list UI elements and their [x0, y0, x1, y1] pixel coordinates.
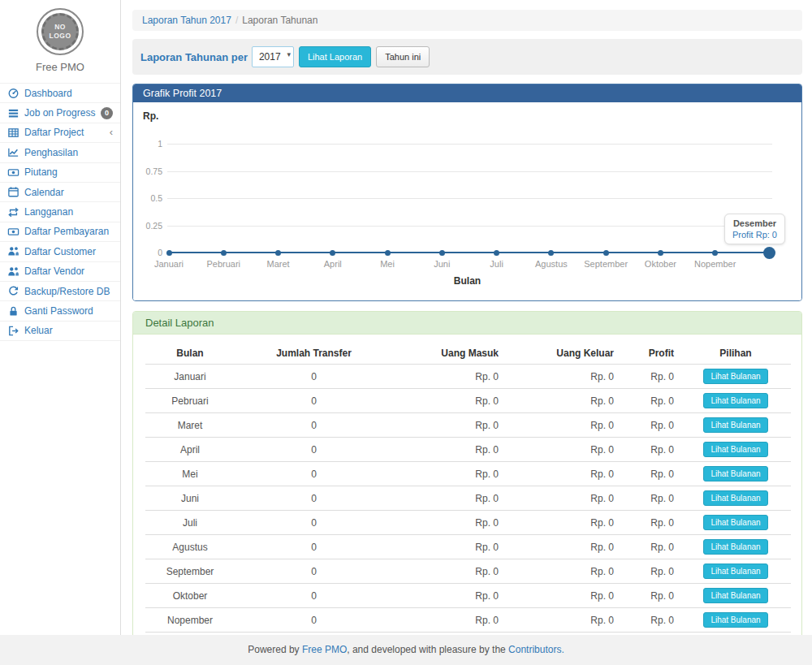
lihat-bulanan-button[interactable]: Lihat Bulanan [703, 490, 767, 506]
filter-label: Laporan Tahunan per [140, 51, 248, 63]
table-row-maret: Maret0Rp. 0Rp. 0Rp. 0Lihat Bulanan [145, 413, 791, 438]
table-row-pebruari: Pebruari0Rp. 0Rp. 0Rp. 0Lihat Bulanan [145, 389, 791, 413]
data-point-oktober[interactable] [658, 250, 663, 256]
cell-uang-keluar: Rp. 0 [505, 486, 620, 511]
data-point-juni[interactable] [439, 250, 445, 256]
profit-line-chart: Rp. Bulan Desember Profit Rp: 0 10.750.5… [133, 102, 801, 300]
sidebar-item-ganti-password[interactable]: Ganti Password [0, 301, 120, 321]
cell-profit: Rp. 0 [620, 413, 680, 438]
logo-text: NO LOGO [47, 23, 73, 40]
lihat-laporan-button[interactable]: Lihat Laporan [299, 46, 371, 67]
sidebar-item-label: Daftar Project [24, 127, 84, 138]
col-header-pilihan: Pilihan [680, 343, 791, 365]
footer-link-contributors[interactable]: Contributors. [508, 644, 564, 655]
cell-bulan: April [145, 438, 235, 462]
data-point-januari[interactable] [166, 250, 172, 256]
cell-profit: Rp. 0 [620, 608, 680, 633]
lihat-bulanan-button[interactable]: Lihat Bulanan [703, 466, 767, 481]
cell-uang-keluar: Rp. 0 [505, 608, 620, 633]
profit-series-line [169, 252, 770, 253]
breadcrumb-link-laporan-tahun[interactable]: Laporan Tahun 2017 [142, 15, 231, 26]
lihat-bulanan-button[interactable]: Lihat Bulanan [703, 515, 767, 530]
sidebar-item-daftar-pembayaran[interactable]: Daftar Pembayaran [0, 222, 120, 242]
cell-pilihan: Lihat Bulanan [680, 365, 791, 389]
table-row-september: September0Rp. 0Rp. 0Rp. 0Lihat Bulanan [145, 559, 791, 584]
cell-profit: Rp. 0 [620, 535, 680, 559]
sidebar-item-backup-restore-db[interactable]: Backup/Restore DB [0, 282, 120, 301]
data-point-desember[interactable] [763, 247, 775, 259]
lihat-bulanan-button[interactable]: Lihat Bulanan [703, 588, 767, 603]
sidebar-item-daftar-customer[interactable]: Daftar Customer [0, 242, 120, 261]
lihat-bulanan-button[interactable]: Lihat Bulanan [703, 369, 767, 384]
footer: Powered by Free PMO, and developed with … [0, 635, 812, 665]
cell-uang-keluar: Rp. 0 [505, 559, 620, 584]
table-row-nopember: Nopember0Rp. 0Rp. 0Rp. 0Lihat Bulanan [145, 608, 791, 633]
sidebar-item-calendar[interactable]: Calendar [0, 183, 120, 202]
cell-bulan: Maret [145, 413, 235, 438]
cell-uang-keluar: Rp. 0 [505, 511, 620, 535]
data-point-juli[interactable] [494, 250, 499, 256]
sidebar-item-label: Ganti Password [24, 305, 93, 317]
cell-profit: Rp. 0 [620, 584, 680, 608]
tahun-ini-button[interactable]: Tahun ini [376, 46, 430, 67]
cell-uang-masuk: Rp. 0 [393, 535, 505, 559]
cell-pilihan: Lihat Bulanan [680, 511, 791, 535]
data-point-september[interactable] [603, 250, 609, 256]
sidebar-item-piutang[interactable]: Piutang [0, 163, 120, 183]
detail-laporan-panel: Detail Laporan Bulan Jumlah Transfer Uan… [132, 311, 802, 665]
cell-profit: Rp. 0 [620, 511, 680, 535]
calendar-icon [7, 186, 19, 198]
chart-gridline [167, 198, 772, 199]
col-header-uang-masuk: Uang Masuk [393, 343, 505, 365]
lihat-bulanan-button[interactable]: Lihat Bulanan [703, 539, 767, 555]
cell-jumlah-transfer: 0 [235, 511, 393, 535]
sidebar-item-daftar-vendor[interactable]: Daftar Vendor [0, 262, 120, 282]
lihat-bulanan-button[interactable]: Lihat Bulanan [703, 417, 767, 433]
cell-bulan: September [145, 559, 235, 584]
lihat-bulanan-button[interactable]: Lihat Bulanan [703, 564, 767, 579]
sidebar-item-langganan[interactable]: Langganan [0, 202, 120, 222]
table-icon [7, 127, 19, 139]
lihat-bulanan-button[interactable]: Lihat Bulanan [703, 612, 767, 628]
cell-pilihan: Lihat Bulanan [680, 486, 791, 511]
sign-out-icon [7, 325, 19, 337]
cell-bulan: Agustus [145, 535, 235, 559]
cell-profit: Rp. 0 [620, 365, 680, 389]
cell-jumlah-transfer: 0 [235, 365, 393, 389]
table-row-juli: Juli0Rp. 0Rp. 0Rp. 0Lihat Bulanan [145, 511, 791, 535]
table-row-april: April0Rp. 0Rp. 0Rp. 0Lihat Bulanan [145, 438, 791, 462]
lihat-bulanan-button[interactable]: Lihat Bulanan [703, 393, 767, 408]
year-select[interactable]: 2017 [252, 46, 294, 67]
sidebar-item-label: Penghasilan [24, 147, 78, 158]
table-row-januari: Januari0Rp. 0Rp. 0Rp. 0Lihat Bulanan [145, 365, 791, 389]
cell-pilihan: Lihat Bulanan [680, 535, 791, 559]
cell-jumlah-transfer: 0 [235, 438, 393, 462]
cell-bulan: Juli [145, 511, 235, 535]
sidebar-item-penghasilan[interactable]: Penghasilan [0, 143, 120, 162]
cell-uang-masuk: Rp. 0 [393, 608, 505, 633]
breadcrumb: Laporan Tahun 2017/Laporan Tahunan [132, 10, 802, 31]
lihat-bulanan-button[interactable]: Lihat Bulanan [703, 442, 767, 457]
footer-link-free-pmo[interactable]: Free PMO [302, 644, 347, 655]
cell-profit: Rp. 0 [620, 486, 680, 511]
data-point-agustus[interactable] [548, 250, 554, 256]
cell-uang-masuk: Rp. 0 [393, 559, 505, 584]
data-point-mei[interactable] [385, 250, 391, 256]
cell-jumlah-transfer: 0 [235, 486, 393, 511]
data-point-nopember[interactable] [712, 250, 718, 256]
y-tick-label: 0.75 [133, 166, 162, 176]
data-point-maret[interactable] [275, 250, 281, 256]
year-filter-bar: Laporan Tahunan per 2017 Lihat Laporan T… [132, 39, 802, 75]
cell-bulan: Pebruari [145, 389, 235, 413]
data-point-april[interactable] [330, 250, 335, 256]
sidebar-item-label: Dashboard [24, 88, 72, 99]
sidebar-item-label: Daftar Customer [24, 246, 96, 257]
sidebar-item-job-on-progress[interactable]: Job on Progress0 [0, 103, 120, 123]
money-icon [7, 166, 19, 179]
sidebar-item-daftar-project[interactable]: Daftar Project‹ [0, 123, 120, 143]
lock-icon [7, 305, 19, 317]
data-point-pebruari[interactable] [221, 250, 227, 256]
sidebar-item-keluar[interactable]: Keluar [0, 322, 120, 341]
sidebar-item-dashboard[interactable]: Dashboard [0, 84, 120, 103]
cell-bulan: Nopember [145, 608, 235, 633]
